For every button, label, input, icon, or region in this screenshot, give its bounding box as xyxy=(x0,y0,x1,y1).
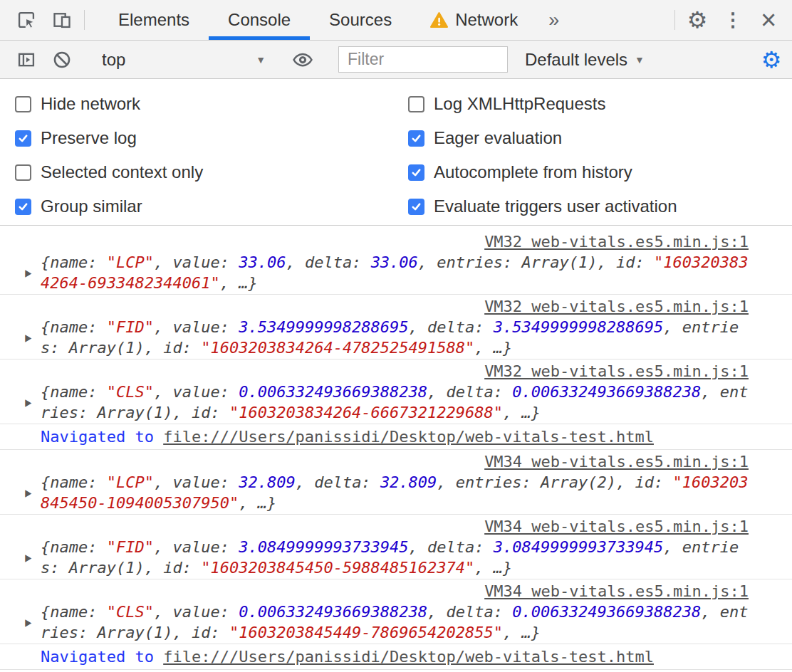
filter-input[interactable] xyxy=(338,46,508,73)
setting-group-similar[interactable]: Group similar xyxy=(0,189,396,224)
source-location-link[interactable]: VM34 web-vitals.es5.min.js:1 xyxy=(484,453,749,471)
source-location-link[interactable]: VM32 web-vitals.es5.min.js:1 xyxy=(484,362,749,380)
separator xyxy=(674,10,675,30)
checkbox-checked[interactable] xyxy=(408,199,424,215)
inspect-element-icon[interactable] xyxy=(9,0,44,40)
source-location-link[interactable]: VM32 web-vitals.es5.min.js:1 xyxy=(484,233,749,251)
console-settings-gear-icon[interactable]: ⚙ xyxy=(754,41,789,78)
setting-label: Autocomplete from history xyxy=(434,162,632,182)
setting-hide-network[interactable]: Hide network xyxy=(0,87,396,121)
setting-log-xmlhttprequests[interactable]: Log XMLHttpRequests xyxy=(396,87,792,121)
setting-label: Group similar xyxy=(41,196,142,216)
setting-autocomplete-from-history[interactable]: Autocomplete from history xyxy=(396,155,792,189)
source-location-link[interactable]: VM32 web-vitals.es5.min.js:1 xyxy=(484,298,749,315)
expand-triangle-icon[interactable]: ▶ xyxy=(25,397,31,408)
token-plain: , entries: xyxy=(418,253,522,271)
checkbox-checked[interactable] xyxy=(408,164,424,181)
token-plain: , …} xyxy=(474,559,512,577)
setting-evaluate-triggers-user-activation[interactable]: Evaluate triggers user activation xyxy=(396,189,792,224)
source-location-link[interactable]: VM34 web-vitals.es5.min.js:1 xyxy=(484,518,749,535)
token-plain: Array(1) xyxy=(69,559,145,577)
console-settings-panel: Hide network Preserve logSelected contex… xyxy=(0,79,792,226)
tab-sources[interactable]: Sources xyxy=(310,0,411,40)
token-num: 0.006332493669388238 xyxy=(239,383,427,401)
token-num: 3.5349999998288695 xyxy=(239,318,408,336)
expand-triangle-icon[interactable]: ▶ xyxy=(25,332,31,343)
object-preview: {name: "LCP", value: 33.06, delta: 33.06… xyxy=(41,252,749,293)
token-num: 0.006332493669388238 xyxy=(512,383,701,401)
check-icon xyxy=(18,133,28,144)
token-str: "FID" xyxy=(107,538,154,556)
token-num: 3.0849999993733945 xyxy=(239,538,408,556)
console-log-entry: VM32 web-vitals.es5.min.js:1▶{name: "LCP… xyxy=(0,226,792,295)
token-plain: , id: xyxy=(616,473,672,491)
tab-network[interactable]: Network xyxy=(411,0,537,40)
tab-label: Sources xyxy=(329,10,392,30)
log-levels-dropdown[interactable]: Default levels ▼ xyxy=(525,50,645,70)
token-plain: , delta: xyxy=(409,538,494,556)
navigation-url-link[interactable]: file:///Users/panissidi/Desktop/web-vita… xyxy=(163,428,654,446)
setting-label: Evaluate triggers user activation xyxy=(434,196,677,216)
checkbox-unchecked[interactable] xyxy=(408,96,424,112)
expand-triangle-icon[interactable]: ▶ xyxy=(25,616,31,628)
live-expression-eye-icon[interactable] xyxy=(285,41,321,78)
token-str: "1603203834264-6667321229688" xyxy=(229,404,503,421)
setting-label: Hide network xyxy=(41,94,140,114)
setting-eager-evaluation[interactable]: Eager evaluation xyxy=(396,121,792,155)
console-log-entry: VM34 web-vitals.es5.min.js:1▶{name: "CLS… xyxy=(0,579,792,644)
token-plain: , id: xyxy=(598,253,654,271)
more-tabs-button[interactable]: » xyxy=(537,0,570,40)
console-toolbar-right: ⚙ xyxy=(744,41,792,78)
check-icon xyxy=(411,201,422,212)
token-num: 0.006332493669388238 xyxy=(512,603,701,621)
console-log-entry: VM32 web-vitals.es5.min.js:1▶{name: "CLS… xyxy=(0,359,792,424)
token-plain: , delta: xyxy=(296,473,380,491)
tab-strip: ElementsConsoleSources Network xyxy=(99,0,537,40)
setting-preserve-log[interactable]: Preserve log xyxy=(0,121,396,155)
checkbox-checked[interactable] xyxy=(15,130,31,147)
setting-selected-context-only[interactable]: Selected context only xyxy=(0,155,396,189)
device-toolbar-icon[interactable] xyxy=(44,0,80,40)
log-message-body: ▶{name: "FID", value: 3.0849999993733945… xyxy=(41,537,749,578)
console-toolbar: top ▼ Default levels ▼ ⚙ xyxy=(0,41,792,79)
token-plain: , value: xyxy=(154,318,239,336)
log-source-line: VM34 web-vitals.es5.min.js:1 xyxy=(41,581,749,602)
object-preview: {name: "CLS", value: 0.00633249366938823… xyxy=(41,382,749,423)
token-plain: , delta: xyxy=(286,253,370,271)
object-preview: {name: "LCP", value: 32.809, delta: 32.8… xyxy=(41,472,749,513)
context-label: top xyxy=(102,50,125,70)
tab-elements[interactable]: Elements xyxy=(99,0,209,40)
more-tabs-chevrons: » xyxy=(548,9,559,31)
token-plain: , …} xyxy=(220,274,258,292)
clear-console-icon[interactable] xyxy=(44,41,80,78)
console-sidebar-icon[interactable] xyxy=(9,41,44,78)
settings-gear-icon[interactable]: ⚙ xyxy=(679,0,715,40)
token-num: 33.06 xyxy=(371,253,418,271)
token-str: "1603203845450-5988485162374" xyxy=(201,559,474,577)
token-str: "1603203845449-7869654202855" xyxy=(229,624,503,641)
expand-triangle-icon[interactable]: ▶ xyxy=(25,552,31,563)
close-icon[interactable]: × xyxy=(751,0,786,40)
token-str: "LCP" xyxy=(107,253,154,271)
token-num: 3.5349999998288695 xyxy=(494,318,663,336)
setting-label: Selected context only xyxy=(41,162,203,182)
checkbox-checked[interactable] xyxy=(408,130,424,147)
checkbox-checked[interactable] xyxy=(15,199,31,215)
token-num: 3.0849999993733945 xyxy=(494,538,663,556)
setting-label: Preserve log xyxy=(41,128,137,148)
checkbox-unchecked[interactable] xyxy=(15,96,31,112)
token-str: "FID" xyxy=(107,318,154,336)
javascript-context-selector[interactable]: top ▼ xyxy=(89,50,276,70)
console-navigation-entry: Navigated to file:///Users/panissidi/Des… xyxy=(0,644,792,670)
expand-triangle-icon[interactable]: ▶ xyxy=(25,487,31,498)
log-source-line: VM34 web-vitals.es5.min.js:1 xyxy=(41,516,749,537)
kebab-menu-icon[interactable]: ⋮ xyxy=(715,0,751,40)
console-log-entry: VM32 web-vitals.es5.min.js:1▶{name: "FID… xyxy=(0,295,792,359)
tab-console[interactable]: Console xyxy=(209,0,310,40)
source-location-link[interactable]: VM34 web-vitals.es5.min.js:1 xyxy=(484,582,749,600)
navigation-url-link[interactable]: file:///Users/panissidi/Desktop/web-vita… xyxy=(163,648,654,666)
log-message-body: ▶{name: "LCP", value: 32.809, delta: 32.… xyxy=(41,472,749,513)
setting-label: Eager evaluation xyxy=(434,128,562,148)
checkbox-unchecked[interactable] xyxy=(15,164,31,181)
expand-triangle-icon[interactable]: ▶ xyxy=(25,267,31,278)
